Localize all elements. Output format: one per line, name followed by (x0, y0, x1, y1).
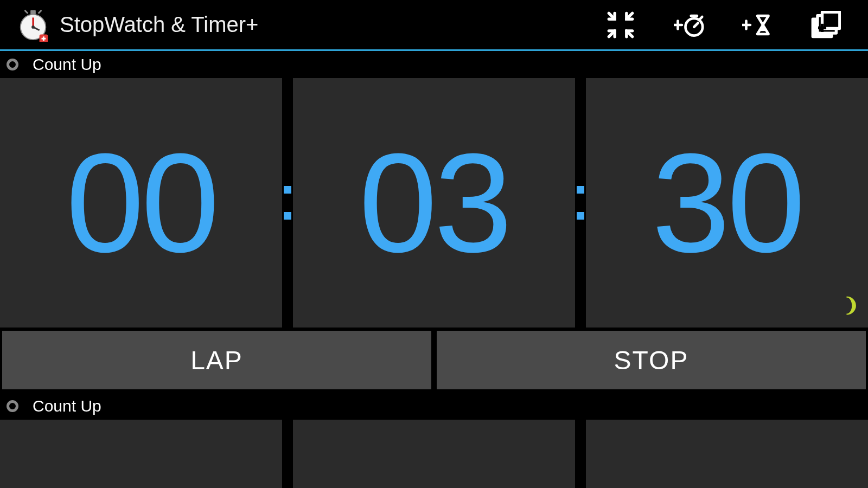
svg-rect-25 (822, 12, 840, 28)
colon-icon (282, 78, 293, 328)
svg-line-2 (25, 10, 28, 13)
collapse-icon[interactable] (605, 10, 636, 40)
timer2-label: Count Up (33, 397, 101, 415)
app-icon (16, 8, 50, 42)
timer1-label: Count Up (33, 55, 101, 74)
colon-icon (575, 78, 586, 328)
add-timer-icon[interactable] (742, 10, 773, 40)
radio-icon (7, 59, 18, 70)
minutes-panel[interactable]: 03 (293, 78, 575, 328)
action-icons (605, 10, 857, 40)
timer2-display (0, 420, 868, 488)
stop-button[interactable]: STOP (437, 331, 866, 389)
minutes-panel[interactable] (293, 420, 575, 488)
add-stopwatch-icon[interactable] (674, 10, 704, 40)
seconds-panel[interactable] (586, 420, 868, 488)
radio-icon (7, 400, 18, 412)
timer2-header[interactable]: Count Up (0, 393, 868, 420)
svg-line-19 (700, 17, 703, 19)
app-title: StopWatch & Timer+ (60, 12, 605, 37)
add-page-icon[interactable] (810, 10, 841, 40)
svg-point-6 (31, 25, 35, 28)
timer1-controls: LAP STOP (0, 328, 868, 393)
seconds-panel[interactable]: 30 ❩ (586, 78, 868, 328)
timer1-header[interactable]: Count Up (0, 51, 868, 78)
minutes-value: 03 (359, 132, 509, 273)
svg-line-3 (39, 10, 42, 13)
hours-panel[interactable]: 00 (0, 78, 282, 328)
seconds-value: 30 (652, 132, 802, 273)
svg-rect-1 (30, 10, 36, 14)
hours-panel[interactable] (0, 420, 282, 488)
action-bar: StopWatch & Timer+ (0, 0, 868, 51)
svg-line-20 (694, 23, 698, 27)
timer1-display: 00 03 30 ❩ (0, 78, 868, 328)
spinner-icon: ❩ (843, 294, 859, 317)
hours-value: 00 (66, 132, 216, 273)
lap-button[interactable]: LAP (2, 331, 431, 389)
